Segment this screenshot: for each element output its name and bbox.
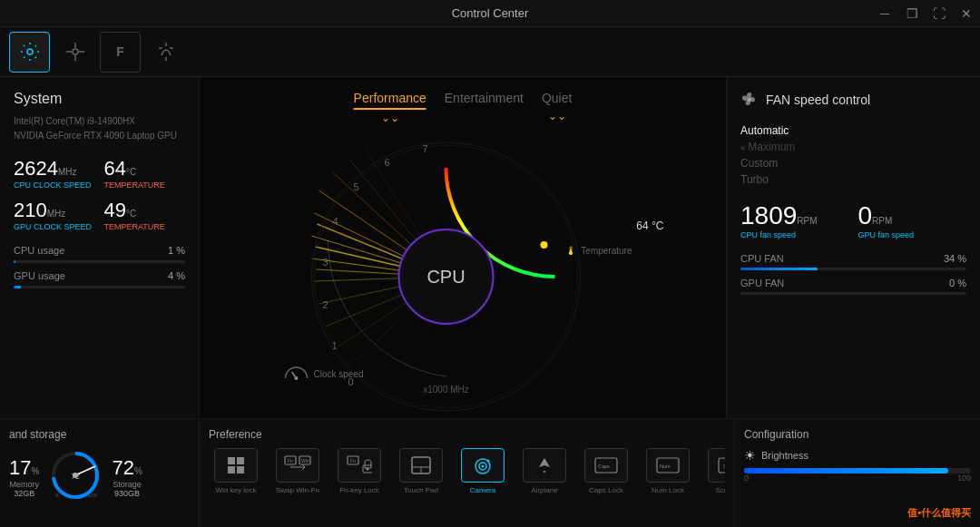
pref-numlock[interactable]: Num Num Lock — [641, 448, 695, 494]
window-controls: ─ ❐ ⛶ ✕ — [871, 0, 980, 26]
tab-fan[interactable] — [54, 32, 95, 73]
cpu-temp-metric: 64°C Temperature — [104, 157, 186, 190]
pref-capslock-label: Caps Lock — [589, 486, 623, 494]
pref-swapwinfn[interactable]: Fn Win Swap Win-Fn — [270, 448, 325, 494]
profile-icon — [155, 41, 177, 63]
gauge-area: 0 1 2 3 4 5 6 7 — [279, 118, 614, 417]
svg-point-0 — [27, 49, 33, 54]
memory-label: Memory — [9, 480, 39, 489]
pref-airplane-label: Airplane — [531, 486, 557, 494]
brightness-max: 100 — [957, 473, 971, 483]
touchpad-icon — [408, 454, 434, 476]
pref-numlock-label: Num Lock — [652, 486, 684, 494]
cpu-fan-pct-row: CPU FAN 34 % — [740, 253, 966, 264]
bottom-row: and storage 17% Memory 32GB 72 — [0, 418, 980, 527]
fan-option-maximum[interactable]: « Maximum — [740, 139, 966, 155]
mode-tab-entertainment-label: Entertainment — [445, 91, 524, 108]
fan-option-custom[interactable]: Custom — [740, 155, 966, 171]
storage-gauge-svg: 72 0 100 — [48, 448, 103, 503]
touchpad-icon-box — [399, 448, 443, 483]
x1000-label: x1000 MHz — [423, 385, 469, 395]
clock-speed-label: Clock speed — [314, 369, 364, 379]
tab-system[interactable] — [9, 32, 50, 73]
left-panel: System Intel(R) Core(TM) i9-14900HX NVID… — [0, 77, 200, 418]
pref-capslock[interactable]: Caps Caps Lock — [579, 448, 633, 494]
fan-icon — [64, 41, 86, 63]
mode-tabs: Performance ⌄⌄ Entertainment Quiet ⌄⌄ — [354, 91, 573, 124]
swap-icon: Fn Win — [284, 454, 311, 476]
pref-camera[interactable]: Camera — [456, 448, 510, 494]
cpu-usage-val: 1 % — [168, 245, 185, 256]
fan-control-icon — [740, 91, 759, 109]
pref-airplane[interactable]: Airplane — [517, 448, 572, 494]
gpu-clock-metric: 210MHz GPU clock speed — [14, 199, 95, 231]
mode-tab-entertainment[interactable]: Entertainment — [445, 91, 524, 124]
capslock-icon: Caps — [593, 454, 619, 476]
cpu-clock-value: 2624 — [14, 157, 58, 180]
pref-winkey-label: Win key lock — [216, 486, 257, 494]
fnlock-icon-box: Fn — [338, 448, 381, 483]
brightness-range: 0 100 — [744, 473, 971, 483]
pref-touchpad[interactable]: Touch Pad — [394, 448, 448, 494]
metrics-grid: 2624MHz CPU clock speed 64°C Temperature… — [14, 157, 185, 231]
windows-icon — [225, 454, 247, 476]
svg-rect-45 — [228, 457, 235, 464]
speedometer-icon — [283, 366, 310, 381]
preference-icons: Win key lock Fn Win Swap Win-Fn — [209, 448, 725, 494]
system-info: Intel(R) Core(TM) i9-14900HX NVIDIA GeFo… — [14, 114, 185, 143]
svg-text:6: 6 — [384, 157, 389, 168]
gpu-temp-display: 49°C — [104, 199, 186, 222]
restore-button[interactable]: ❐ — [898, 0, 926, 27]
pref-swapwinfn-label: Swap Win-Fn — [276, 486, 319, 494]
gpu-fan-pct-section: GPU FAN 0 % — [740, 278, 966, 295]
fan-option-turbo[interactable]: Turbo — [740, 171, 966, 188]
cpu-temp-value: 64 — [104, 157, 126, 180]
pref-winkey[interactable]: Win key lock — [209, 448, 263, 494]
memory-item: 17% Memory 32GB — [9, 456, 39, 498]
maximize-button[interactable]: ⛶ — [926, 0, 953, 27]
mode-tab-quiet[interactable]: Quiet ⌄⌄ — [542, 91, 572, 124]
gpu-fan-speed-value: 0 — [858, 201, 873, 229]
gpu-usage-label: GPU usage — [14, 270, 65, 281]
cpu-usage-bar-bg — [14, 260, 185, 263]
gpu-temp-label: Temperature — [104, 222, 186, 231]
storage-size: 930GB — [114, 489, 140, 498]
pref-fnlock[interactable]: Fn Fn-key Lock — [332, 448, 387, 494]
svg-text:CPU: CPU — [426, 267, 465, 287]
fan-title: FAN speed control — [740, 91, 966, 109]
cpu-fan-speed: 1809RPM CPU fan speed — [740, 201, 849, 239]
fan-option-automatic[interactable]: Automatic — [740, 122, 966, 139]
cpu-usage-row: CPU usage 1 % — [14, 245, 185, 256]
pref-touchpad-label: Touch Pad — [404, 486, 438, 494]
tab-profile[interactable] — [145, 32, 186, 73]
pref-fnlock-label: Fn-key Lock — [339, 486, 379, 494]
gpu-clock-value: 210 — [14, 199, 47, 221]
main-content: System Intel(R) Core(TM) i9-14900HX NVID… — [0, 77, 980, 418]
camera-icon-box — [461, 448, 505, 483]
brightness-slider-track[interactable] — [744, 468, 971, 473]
minimize-button[interactable]: ─ — [871, 0, 898, 27]
gpu-name: NVIDIA GeForce RTX 4090 Laptop GPU — [14, 129, 185, 143]
right-panel: FAN speed control Automatic « Maximum Cu… — [726, 77, 980, 418]
cpu-clock-metric: 2624MHz CPU clock speed — [14, 157, 95, 190]
svg-text:Caps: Caps — [598, 464, 610, 469]
temp-value-display: 64 °C — [636, 220, 663, 232]
svg-point-5 — [73, 49, 78, 54]
svg-text:Scr: Scr — [723, 464, 725, 469]
thermometer-icon: 🌡 — [565, 244, 577, 258]
pref-scrlock[interactable]: Scr Scr Lock — [702, 448, 725, 494]
gpu-fan-pct-val: 0 % — [949, 278, 966, 288]
svg-point-29 — [541, 241, 548, 249]
tab-display[interactable]: F — [100, 32, 141, 73]
svg-text:0: 0 — [55, 493, 59, 498]
close-button[interactable]: ✕ — [953, 0, 980, 27]
config-title: Configuration — [744, 428, 971, 441]
main-tabbar: F — [0, 27, 980, 77]
svg-text:2: 2 — [322, 299, 328, 310]
mode-tab-performance[interactable]: Performance ⌄⌄ — [354, 91, 426, 124]
svg-point-36 — [295, 376, 299, 380]
settings-icon — [19, 41, 41, 63]
cpu-fan-speed-unit: RPM — [797, 216, 817, 226]
center-panel: Performance ⌄⌄ Entertainment Quiet ⌄⌄ 0 — [200, 77, 726, 418]
gpu-fan-speed: 0RPM GPU fan speed — [858, 201, 967, 239]
